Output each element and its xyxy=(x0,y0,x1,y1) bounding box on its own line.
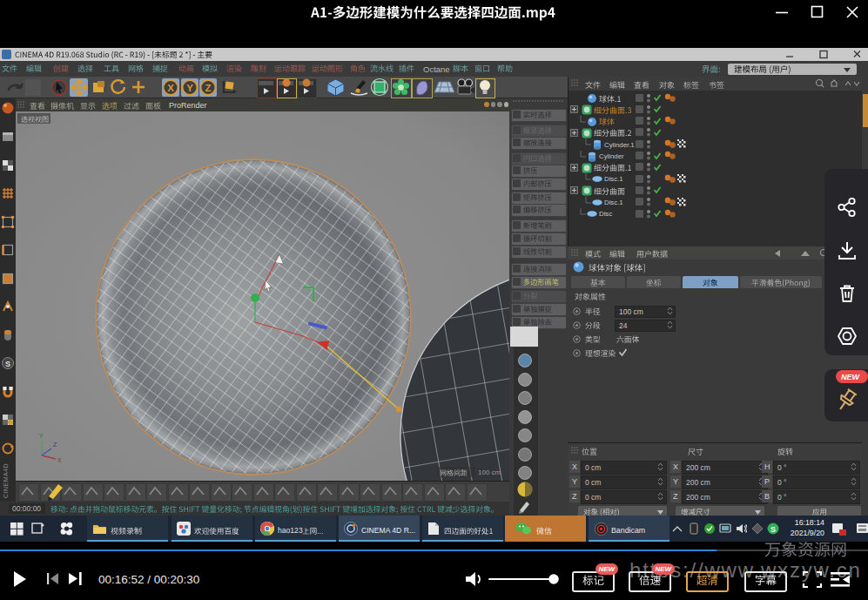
svg-text:Z: Z xyxy=(53,442,57,448)
svg-text:Z: Z xyxy=(205,83,211,93)
svg-text:X: X xyxy=(167,83,174,93)
svg-text:S: S xyxy=(770,525,776,534)
svg-text:S: S xyxy=(5,360,10,368)
svg-text:Y: Y xyxy=(39,433,44,439)
svg-text:Y: Y xyxy=(186,83,193,93)
svg-text:X: X xyxy=(57,457,62,463)
